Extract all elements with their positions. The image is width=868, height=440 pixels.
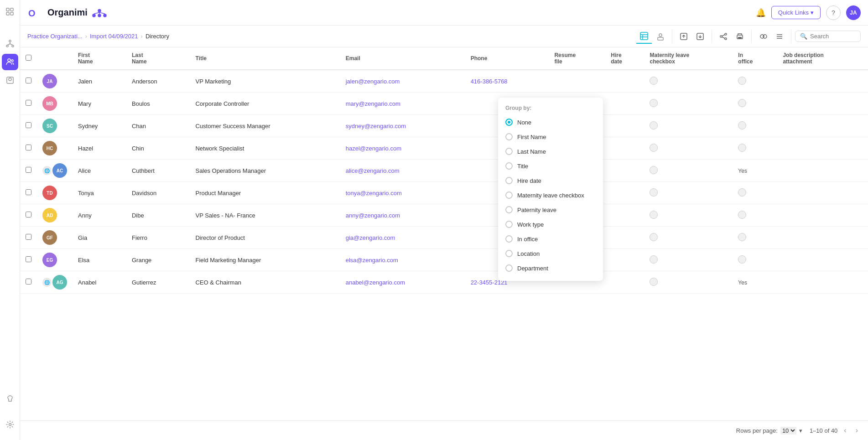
row-checkbox-2[interactable] [26,122,31,128]
group-by-option-location[interactable]: Location [498,246,603,261]
cell-first-name: Tonya [73,182,126,204]
toolbar-table-view-btn[interactable] [636,29,652,44]
group-by-option-work_type[interactable]: Work type [498,217,603,232]
cell-first-name: Gia [73,227,126,249]
sidebar-grid-icon[interactable] [2,4,18,20]
user-avatar[interactable]: JA [846,5,861,20]
option-label-none: None [517,119,531,126]
quick-links-button[interactable]: Quick Links ▾ [771,6,821,19]
group-by-option-department[interactable]: Department [498,261,603,275]
radio-hire_date [505,177,513,184]
option-label-in_office: In office [517,236,538,243]
toolbar-list-btn[interactable] [772,30,787,43]
toolbar-filter-btn[interactable] [755,30,771,43]
search-input[interactable] [810,33,856,40]
table-row: GF Gia Fierro Director of Product gia@ze… [20,227,868,249]
breadcrumb-sep-2: › [141,33,143,40]
view-type-group [636,29,672,44]
cell-job-desc [777,115,868,137]
row-checkbox-7[interactable] [26,234,31,240]
group-by-option-title[interactable]: Title [498,159,603,173]
toolbar-upload-btn[interactable] [676,30,691,43]
prev-page-button[interactable]: ‹ [841,425,849,435]
row-checkbox-4[interactable] [26,167,31,173]
table-header-row: FirstName LastName Title Email Phone Res… [20,47,868,70]
content-header: Practice Organizati... › Import 04/09/20… [20,26,868,47]
cell-job-desc [777,93,868,115]
cell-last-name: Chan [126,115,190,137]
notifications-button[interactable]: 🔔 [756,8,766,18]
svg-point-14 [9,424,11,426]
toolbar-alt-view-btn[interactable] [653,30,668,43]
table-row: AD Anny Dibe VP Sales - NA- France anny@… [20,204,868,227]
sidebar-profile-icon[interactable] [2,72,18,88]
row-checkbox-5[interactable] [26,189,31,195]
toolbar-download-btn[interactable] [692,30,708,43]
toolbar-print-btn[interactable] [732,30,748,43]
group-by-dropdown: Group by: None First Name Last Name Titl… [498,98,603,281]
radio-none [505,119,513,126]
share-group [716,30,752,43]
cell-first-name: Elsa [73,249,126,271]
row-checkbox-3[interactable] [26,145,31,150]
search-icon: 🔍 [800,33,807,40]
toolbar-share-btn[interactable] [716,30,731,43]
row-checkbox-1[interactable] [26,100,31,106]
topbar: O Organimi 🔔 Quick Links ▾ [20,0,868,26]
radio-location [505,250,513,257]
row-checkbox-8[interactable] [26,256,31,262]
svg-text:O: O [28,8,36,18]
table-area: FirstName LastName Title Email Phone Res… [20,47,868,420]
next-page-button[interactable]: › [853,425,861,435]
group-by-option-none[interactable]: None [498,115,603,129]
option-label-hire_date: Hire date [517,177,541,184]
cell-in-office [733,137,777,160]
col-phone: Phone [465,47,549,70]
cell-in-office [733,182,777,204]
table-row: 🌐 AG Anabel Gutierrez CEO & Chairman ana… [20,271,868,294]
cell-in-office [733,70,777,93]
svg-line-20 [94,12,99,14]
sidebar-brain-icon[interactable] [2,391,18,407]
rows-per-page-select[interactable]: 10 25 50 [780,427,796,435]
table-row: HC Hazel Chin Network Specialist hazel@z… [20,137,868,160]
row-checkbox-9[interactable] [26,279,31,285]
group-by-option-paternity_leave[interactable]: Paternity leave [498,202,603,217]
cell-in-office [733,204,777,227]
row-checkbox-0[interactable] [26,78,31,83]
group-by-option-last_name[interactable]: Last Name [498,144,603,159]
breadcrumb-item-2[interactable]: Import 04/09/2021 [90,33,138,40]
group-by-option-in_office[interactable]: In office [498,232,603,246]
breadcrumb-item-1[interactable]: Practice Organizati... [27,33,83,40]
cell-title: Product Manager [190,182,340,204]
cell-email: gia@zengario.com [340,227,465,249]
cell-in-office: Yes [733,160,777,182]
group-by-option-maternity_leave[interactable]: Maternity leave checkbox [498,188,603,202]
group-by-option-hire_date[interactable]: Hire date [498,173,603,188]
dropdown-options: None First Name Last Name Title Hire dat… [498,115,603,275]
select-all-checkbox[interactable] [26,55,31,61]
radio-paternity_leave [505,206,513,213]
col-maternity: Maternity leavecheckbox [644,47,733,70]
cell-last-name: Grange [126,249,190,271]
sidebar-settings-icon[interactable] [2,416,18,433]
row-checkbox-6[interactable] [26,212,31,217]
col-job-desc: Job descriptionattachment [777,47,868,70]
sidebar-org-icon[interactable] [2,36,18,52]
cell-hire-date [605,227,644,249]
col-in-office: Inoffice [733,47,777,70]
cell-in-office [733,227,777,249]
cell-last-name: Gutierrez [126,271,190,294]
col-resume: Resumefile [549,47,605,70]
cell-job-desc [777,182,868,204]
cell-maternity [644,227,733,249]
table-row: MB Mary Boulos Corporate Controller mary… [20,93,868,115]
rows-per-page-label: Rows per page: [736,427,778,434]
group-by-option-first_name[interactable]: First Name [498,129,603,144]
help-button[interactable]: ? [826,5,841,20]
directory-table: FirstName LastName Title Email Phone Res… [20,47,868,294]
table-body: JA Jalen Anderson VP Marketing jalen@zen… [20,70,868,294]
topbar-right: 🔔 Quick Links ▾ ? JA [756,5,861,20]
sidebar-people-icon[interactable] [2,54,18,70]
cell-title: Customer Success Manager [190,115,340,137]
